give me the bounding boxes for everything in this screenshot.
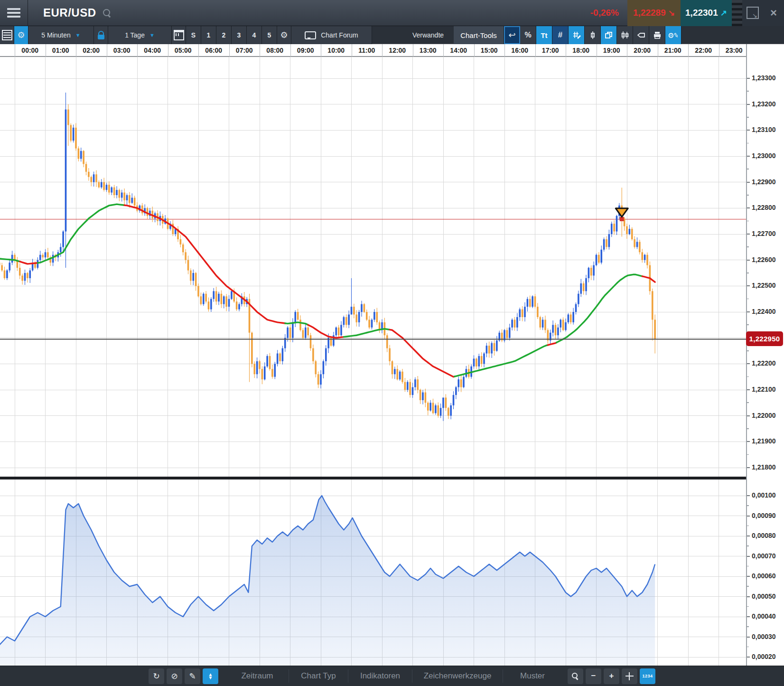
grid-button[interactable]: # [552,26,569,44]
axis-tick [747,536,750,536]
axis-tick [747,285,750,286]
axis-label: 1,23100 [752,126,776,133]
windows-icon [604,30,614,40]
tag-icon [636,30,646,40]
axis-tick [747,616,750,617]
compare-candles-icon [620,30,630,40]
related-button[interactable]: Verwandte [402,26,454,44]
sell-price: 1,22289 [633,8,666,18]
tick-button-2[interactable]: 2 [216,26,232,44]
candlestick-type-button[interactable] [585,26,601,44]
current-price-badge: 1,222950 [746,331,783,346]
axis-tick [747,586,749,587]
draw-button[interactable]: ✎ [185,668,200,684]
chart-tools-button[interactable]: Chart-Tools [454,26,504,44]
toolbar-filler [681,26,784,44]
axis-tick [747,428,749,429]
axis-tick [747,299,749,300]
layouts-button[interactable] [601,26,617,44]
clear-drawings-button[interactable]: ⊘ [167,668,182,684]
axis-tick [747,576,750,577]
price-axis[interactable]: 1,233001,232001,231001,230001,229001,228… [746,44,784,666]
axis-label: 1,23200 [752,100,776,108]
axis-label: 1,22500 [752,282,776,289]
price-display-button[interactable]: 1234 [640,668,655,684]
axis-label: 1,21800 [752,463,776,471]
axis-tick [747,441,750,442]
interval-dropdown[interactable]: 5 Minuten▼ [28,26,94,44]
magnifier-icon [572,673,579,680]
compare-button[interactable] [617,26,633,44]
zoom-in-button[interactable]: + [604,668,619,684]
axis-label: 0,00040 [752,612,776,620]
sell-price-button[interactable]: 1,22289 ↘ [627,0,681,26]
crosshair-button[interactable] [622,668,637,684]
axis-label: 0,00100 [752,491,776,499]
menu-indikatoren[interactable]: Indikatoren [349,671,411,681]
pattern-tag-button[interactable] [633,26,649,44]
calendar-icon [174,30,184,40]
sort-button[interactable]: ▲▼ [203,668,218,684]
menu-zeitraum[interactable]: Zeitraum [227,671,288,681]
indicator-chart-canvas[interactable] [0,479,746,666]
text-tool-button[interactable]: Tt [536,26,552,44]
trading-chart-window: { "header": { "title": "EUR/USD", "chang… [0,0,784,686]
refresh-button[interactable]: ↻ [149,668,164,684]
menu-muster[interactable]: Muster [504,671,561,681]
zoom-out-button[interactable]: − [586,668,601,684]
axis-label: 1,22600 [752,256,776,263]
popout-button[interactable] [742,0,763,26]
range-dropdown[interactable]: 1 Tage▼ [108,26,172,44]
calendar-button[interactable] [172,26,186,44]
tick-button-3[interactable]: 3 [232,26,247,44]
close-button[interactable]: × [763,0,784,26]
instrument-title: EUR/USD [43,6,96,19]
drag-grip[interactable] [732,0,742,26]
axis-tick [747,505,749,506]
time-axis-label: 03:00 [107,44,138,57]
percent-scale-button[interactable]: % [520,26,536,44]
buy-price-button[interactable]: 1,22301 ↗ [681,0,732,26]
axis-tick [747,221,749,222]
tick-button-s[interactable]: S [186,26,201,44]
axis-tick [747,566,749,567]
time-axis-label: 16:00 [504,44,535,57]
edit-settings-button[interactable]: ⚙✎ [665,26,681,44]
axis-tick [747,606,749,607]
chart-forum-label: Chart Forum [321,31,358,39]
axis-tick [747,454,749,455]
time-axis-label: 22:00 [688,44,719,57]
axis-tick [747,260,750,261]
tick-button-4[interactable]: 4 [247,26,262,44]
menu-icon[interactable] [0,0,28,26]
axis-label: 0,00070 [752,552,776,560]
undo-button[interactable]: ↩ [504,26,520,44]
menu-chart-typ[interactable]: Chart Typ [290,671,347,681]
axis-tick [747,117,749,118]
chart-settings-button[interactable]: ⚙ [277,26,291,44]
axis-tick [747,246,749,247]
time-axis-label: 04:00 [137,44,168,57]
time-axis-label: 02:00 [76,44,107,57]
chart-forum-button[interactable]: Chart Forum [291,26,372,44]
print-button[interactable] [649,26,665,44]
search-icon[interactable] [103,9,111,17]
menu-zeichenwerkzeuge[interactable]: Zeichenwerkzeuge [413,671,502,681]
time-axis-label: 12:00 [382,44,413,57]
zoom-search-button[interactable] [568,668,583,684]
grid-edit-button[interactable] [569,26,585,44]
axis-tick [747,350,749,351]
printer-icon [653,30,662,40]
axis-tick [747,143,749,144]
axis-tick [747,556,750,557]
settings-button[interactable]: ⚙ [14,26,28,44]
back-arrow-icon: ↩ [508,31,515,39]
tick-button-5[interactable]: 5 [262,26,277,44]
lock-button[interactable] [94,26,108,44]
tick-button-1[interactable]: 1 [201,26,216,44]
axis-label: 1,21900 [752,437,776,445]
axis-tick [747,657,750,658]
price-chart-canvas[interactable] [0,57,746,477]
news-list-button[interactable] [0,26,14,44]
lock-icon [98,35,104,39]
